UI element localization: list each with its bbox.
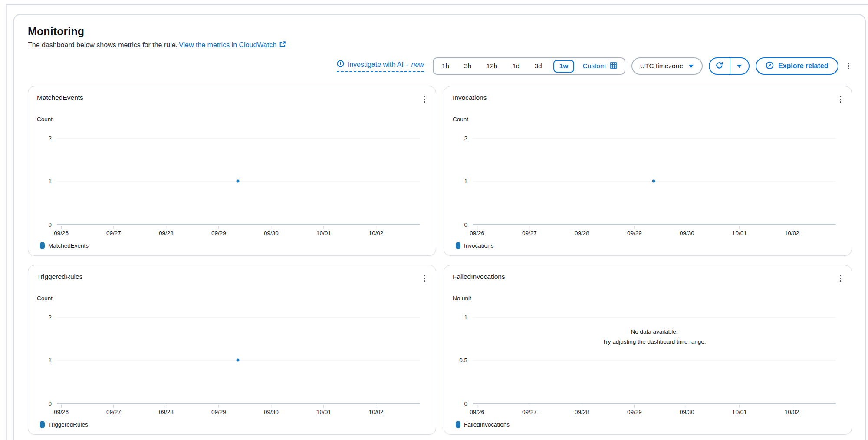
x-tick-label: 09/30 (680, 409, 694, 415)
chart-area: 210 09/2609/2709/2809/2909/3010/0110/02 (37, 317, 420, 404)
x-tick-label: 10/02 (369, 409, 384, 415)
legend-label: FailedInvocations (464, 421, 510, 428)
x-tick-label: 10/01 (732, 230, 747, 236)
kebab-menu-icon (424, 275, 426, 276)
top-divider (6, 4, 868, 5)
x-tick-mark (792, 226, 792, 229)
panel-title: Invocations (453, 94, 487, 102)
x-tick-mark (323, 226, 324, 229)
x-tick-label: 09/28 (159, 230, 174, 236)
x-axis-line (57, 403, 420, 404)
time-range-1h[interactable]: 1h (434, 58, 457, 74)
legend-label: Invocations (464, 242, 493, 249)
y-tick-label: 0 (464, 400, 467, 407)
x-tick-label: 09/29 (627, 230, 642, 236)
description-text: The dashboard below shows metrics for th… (28, 41, 178, 49)
y-tick-label: 1 (464, 178, 467, 185)
x-tick-label: 10/01 (732, 409, 747, 415)
metric-panel: TriggeredRules Count 210 09/2609/2709/28… (28, 265, 436, 435)
x-tick-mark (323, 405, 324, 408)
x-tick-mark (376, 226, 377, 229)
x-tick-mark (271, 405, 272, 408)
section-description: The dashboard below shows metrics for th… (28, 41, 852, 50)
refresh-options-button[interactable] (730, 58, 749, 74)
plot-area: 09/2609/2709/2809/2909/3010/0110/02 (473, 138, 836, 225)
x-tick-label: 09/26 (54, 230, 69, 236)
caret-down-icon (688, 64, 694, 68)
data-point (236, 180, 239, 183)
y-tick-label: 2 (464, 135, 467, 141)
x-tick-label: 09/27 (106, 230, 121, 236)
legend-marker (456, 421, 460, 428)
chart-area: 210 09/2609/2709/2809/2909/3010/0110/02 (37, 138, 420, 225)
x-tick-mark (739, 405, 740, 408)
plot-area: 09/2609/2709/2809/2909/3010/0110/02 (57, 138, 420, 225)
data-point (652, 180, 655, 183)
x-tick-mark (634, 405, 635, 408)
panel-title: TriggeredRules (37, 273, 82, 281)
y-tick-label: 1 (464, 314, 467, 320)
gridline (473, 360, 836, 361)
investigate-with-ai-link[interactable]: Investigate with AI - new (337, 60, 424, 72)
refresh-button[interactable] (710, 58, 730, 74)
x-tick-label: 09/30 (264, 409, 279, 415)
left-divider (6, 4, 7, 440)
x-tick-label: 10/02 (785, 230, 799, 236)
x-tick-label: 09/27 (106, 409, 121, 415)
x-tick-mark (582, 226, 582, 229)
y-axis-ticks: 210 (37, 138, 57, 225)
legend-marker (456, 242, 460, 249)
panel-menu-button[interactable] (837, 273, 844, 284)
time-range-12h[interactable]: 12h (479, 58, 505, 74)
x-tick-mark (792, 405, 792, 408)
data-point (236, 359, 239, 362)
panel-title: MatchedEvents (37, 94, 83, 102)
cloudwatch-link[interactable]: View the metrics in CloudWatch (179, 41, 286, 50)
dashboard-toolbar: Investigate with AI - new 1h3h12h1d3d1w … (28, 56, 852, 76)
panel-header: FailedInvocations (453, 273, 844, 284)
chart-legend: TriggeredRules (40, 421, 88, 428)
x-tick-mark (634, 226, 635, 229)
chart-area: 10.50 09/2609/2709/2809/2909/3010/0110/0… (453, 317, 836, 404)
kebab-menu-icon (840, 275, 842, 276)
timezone-selector[interactable]: UTC timezone (631, 57, 703, 75)
x-tick-label: 09/27 (522, 230, 537, 236)
monitoring-section: Monitoring The dashboard below shows met… (13, 14, 866, 440)
kebab-menu-icon (424, 96, 426, 97)
x-tick-label: 09/29 (211, 409, 226, 415)
x-tick-label: 09/27 (522, 409, 537, 415)
panel-menu-button[interactable] (421, 273, 428, 284)
y-axis-ticks: 210 (453, 138, 473, 225)
x-tick-mark (113, 226, 114, 229)
no-data-message: No data available.Try adjusting the dash… (473, 327, 836, 347)
time-range-3h[interactable]: 3h (457, 58, 479, 74)
x-tick-mark (218, 226, 219, 229)
y-tick-label: 1 (48, 178, 52, 185)
plot-area: 09/2609/2709/2809/2909/3010/0110/02 (57, 317, 420, 404)
x-tick-label: 09/26 (54, 409, 69, 415)
timezone-label: UTC timezone (640, 62, 683, 70)
legend-label: MatchedEvents (48, 242, 89, 249)
x-tick-mark (687, 405, 687, 408)
x-tick-mark (582, 405, 582, 408)
explore-related-label: Explore related (778, 62, 829, 70)
time-range-3d[interactable]: 3d (527, 58, 549, 74)
external-link-icon (279, 41, 286, 50)
custom-range-button[interactable]: Custom (578, 62, 623, 71)
x-axis-line (473, 224, 836, 225)
chart-legend: MatchedEvents (40, 242, 89, 249)
panel-menu-button[interactable] (421, 94, 428, 105)
panel-menu-button[interactable] (837, 94, 844, 105)
x-tick-mark (61, 226, 62, 229)
legend-marker (40, 421, 45, 428)
time-range-1w[interactable]: 1w (553, 60, 575, 73)
toolbar-overflow-menu-button[interactable] (845, 61, 852, 72)
custom-range-label: Custom (582, 62, 605, 70)
caret-down-icon (736, 64, 742, 68)
new-badge: new (411, 61, 424, 69)
x-tick-mark (166, 405, 167, 408)
time-range-1d[interactable]: 1d (505, 58, 527, 74)
panel-header: Invocations (453, 94, 844, 105)
x-tick-mark (477, 405, 477, 408)
explore-related-button[interactable]: Explore related (756, 57, 838, 75)
